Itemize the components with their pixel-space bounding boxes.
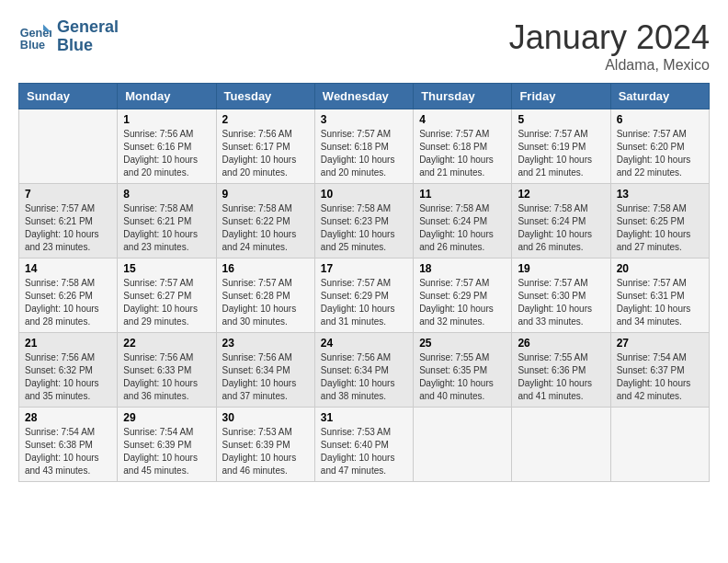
day-info: Sunrise: 7:53 AM Sunset: 6:39 PM Dayligh… <box>222 426 309 477</box>
calendar-cell: 22Sunrise: 7:56 AM Sunset: 6:33 PM Dayli… <box>118 333 216 408</box>
day-number: 20 <box>617 262 703 275</box>
day-number: 1 <box>123 113 210 126</box>
day-number: 15 <box>123 262 210 275</box>
calendar-cell: 17Sunrise: 7:57 AM Sunset: 6:29 PM Dayli… <box>314 259 413 333</box>
day-number: 16 <box>222 262 309 275</box>
day-info: Sunrise: 7:53 AM Sunset: 6:40 PM Dayligh… <box>321 426 407 477</box>
day-info: Sunrise: 7:57 AM Sunset: 6:29 PM Dayligh… <box>321 277 407 328</box>
day-number: 24 <box>321 337 407 350</box>
svg-text:Blue: Blue <box>20 38 45 51</box>
day-number: 25 <box>419 337 506 350</box>
day-number: 21 <box>25 337 111 350</box>
calendar-cell: 12Sunrise: 7:58 AM Sunset: 6:24 PM Dayli… <box>512 184 610 259</box>
location-title: Aldama, Mexico <box>509 57 710 74</box>
day-number: 23 <box>222 337 309 350</box>
day-number: 19 <box>518 262 604 275</box>
day-info: Sunrise: 7:57 AM Sunset: 6:20 PM Dayligh… <box>617 128 703 179</box>
day-info: Sunrise: 7:58 AM Sunset: 6:24 PM Dayligh… <box>419 202 506 254</box>
day-number: 9 <box>222 188 309 201</box>
logo-text: General Blue <box>57 18 119 55</box>
day-header-saturday: Saturday <box>610 84 709 109</box>
day-info: Sunrise: 7:56 AM Sunset: 6:16 PM Dayligh… <box>123 128 210 179</box>
calendar-cell: 2Sunrise: 7:56 AM Sunset: 6:17 PM Daylig… <box>216 109 314 184</box>
day-header-monday: Monday <box>118 84 216 109</box>
day-number: 10 <box>321 188 407 201</box>
calendar-cell: 18Sunrise: 7:57 AM Sunset: 6:29 PM Dayli… <box>414 259 512 333</box>
calendar-cell: 14Sunrise: 7:58 AM Sunset: 6:26 PM Dayli… <box>19 259 118 333</box>
calendar-cell: 9Sunrise: 7:58 AM Sunset: 6:22 PM Daylig… <box>216 184 314 259</box>
day-info: Sunrise: 7:56 AM Sunset: 6:34 PM Dayligh… <box>222 351 309 403</box>
day-number: 30 <box>222 411 309 424</box>
day-number: 5 <box>518 113 604 126</box>
day-info: Sunrise: 7:58 AM Sunset: 6:25 PM Dayligh… <box>617 202 703 254</box>
calendar-body: 1Sunrise: 7:56 AM Sunset: 6:16 PM Daylig… <box>19 109 710 482</box>
day-number: 18 <box>419 262 506 275</box>
calendar-cell: 23Sunrise: 7:56 AM Sunset: 6:34 PM Dayli… <box>216 333 314 408</box>
day-info: Sunrise: 7:57 AM Sunset: 6:29 PM Dayligh… <box>419 277 506 328</box>
calendar-cell: 8Sunrise: 7:58 AM Sunset: 6:21 PM Daylig… <box>118 184 216 259</box>
day-number: 4 <box>419 113 506 126</box>
calendar-cell: 24Sunrise: 7:56 AM Sunset: 6:34 PM Dayli… <box>314 333 413 408</box>
day-info: Sunrise: 7:57 AM Sunset: 6:30 PM Dayligh… <box>518 277 604 328</box>
calendar-cell <box>610 408 709 482</box>
day-number: 26 <box>518 337 604 350</box>
day-number: 17 <box>321 262 407 275</box>
calendar-cell: 26Sunrise: 7:55 AM Sunset: 6:36 PM Dayli… <box>512 333 610 408</box>
day-info: Sunrise: 7:57 AM Sunset: 6:18 PM Dayligh… <box>419 128 506 179</box>
calendar-cell: 20Sunrise: 7:57 AM Sunset: 6:31 PM Dayli… <box>610 259 709 333</box>
day-info: Sunrise: 7:57 AM Sunset: 6:28 PM Dayligh… <box>222 277 309 328</box>
calendar-cell: 10Sunrise: 7:58 AM Sunset: 6:23 PM Dayli… <box>314 184 413 259</box>
day-info: Sunrise: 7:58 AM Sunset: 6:24 PM Dayligh… <box>518 202 604 254</box>
calendar-cell: 30Sunrise: 7:53 AM Sunset: 6:39 PM Dayli… <box>216 408 314 482</box>
day-info: Sunrise: 7:55 AM Sunset: 6:36 PM Dayligh… <box>518 351 604 403</box>
calendar-cell: 11Sunrise: 7:58 AM Sunset: 6:24 PM Dayli… <box>414 184 512 259</box>
day-info: Sunrise: 7:56 AM Sunset: 6:33 PM Dayligh… <box>123 351 210 403</box>
day-number: 14 <box>25 262 111 275</box>
logo-icon: General Blue <box>18 20 51 53</box>
day-info: Sunrise: 7:55 AM Sunset: 6:35 PM Dayligh… <box>419 351 506 403</box>
day-header-friday: Friday <box>512 84 610 109</box>
calendar-cell: 25Sunrise: 7:55 AM Sunset: 6:35 PM Dayli… <box>414 333 512 408</box>
title-block: January 2024 Aldama, Mexico <box>509 18 710 74</box>
day-info: Sunrise: 7:57 AM Sunset: 6:21 PM Dayligh… <box>25 202 111 254</box>
calendar-cell: 27Sunrise: 7:54 AM Sunset: 6:37 PM Dayli… <box>610 333 709 408</box>
calendar-cell: 28Sunrise: 7:54 AM Sunset: 6:38 PM Dayli… <box>19 408 118 482</box>
day-info: Sunrise: 7:57 AM Sunset: 6:27 PM Dayligh… <box>123 277 210 328</box>
calendar-cell <box>512 408 610 482</box>
day-number: 6 <box>617 113 703 126</box>
calendar-cell: 21Sunrise: 7:56 AM Sunset: 6:32 PM Dayli… <box>19 333 118 408</box>
day-info: Sunrise: 7:58 AM Sunset: 6:23 PM Dayligh… <box>321 202 407 254</box>
calendar-cell: 3Sunrise: 7:57 AM Sunset: 6:18 PM Daylig… <box>314 109 413 184</box>
day-header-tuesday: Tuesday <box>216 84 314 109</box>
day-number: 13 <box>617 188 703 201</box>
calendar-week-row: 28Sunrise: 7:54 AM Sunset: 6:38 PM Dayli… <box>19 408 710 482</box>
day-info: Sunrise: 7:56 AM Sunset: 6:32 PM Dayligh… <box>25 351 111 403</box>
day-header-thursday: Thursday <box>414 84 512 109</box>
calendar-cell <box>19 109 118 184</box>
calendar-cell: 1Sunrise: 7:56 AM Sunset: 6:16 PM Daylig… <box>118 109 216 184</box>
day-number: 27 <box>617 337 703 350</box>
day-info: Sunrise: 7:57 AM Sunset: 6:31 PM Dayligh… <box>617 277 703 328</box>
calendar-cell: 6Sunrise: 7:57 AM Sunset: 6:20 PM Daylig… <box>610 109 709 184</box>
calendar-cell: 13Sunrise: 7:58 AM Sunset: 6:25 PM Dayli… <box>610 184 709 259</box>
day-info: Sunrise: 7:54 AM Sunset: 6:39 PM Dayligh… <box>123 426 210 477</box>
day-info: Sunrise: 7:57 AM Sunset: 6:18 PM Dayligh… <box>321 128 407 179</box>
calendar-cell: 5Sunrise: 7:57 AM Sunset: 6:19 PM Daylig… <box>512 109 610 184</box>
day-number: 29 <box>123 411 210 424</box>
calendar-cell: 19Sunrise: 7:57 AM Sunset: 6:30 PM Dayli… <box>512 259 610 333</box>
calendar-cell <box>414 408 512 482</box>
month-year-title: January 2024 <box>509 18 710 57</box>
day-info: Sunrise: 7:57 AM Sunset: 6:19 PM Dayligh… <box>518 128 604 179</box>
calendar-week-row: 7Sunrise: 7:57 AM Sunset: 6:21 PM Daylig… <box>19 184 710 259</box>
day-number: 7 <box>25 188 111 201</box>
page-header: General Blue General Blue January 2024 A… <box>18 18 710 74</box>
day-number: 11 <box>419 188 506 201</box>
day-number: 12 <box>518 188 604 201</box>
day-number: 31 <box>321 411 407 424</box>
logo: General Blue General Blue <box>18 18 119 55</box>
calendar-week-row: 14Sunrise: 7:58 AM Sunset: 6:26 PM Dayli… <box>19 259 710 333</box>
calendar-cell: 4Sunrise: 7:57 AM Sunset: 6:18 PM Daylig… <box>414 109 512 184</box>
day-number: 3 <box>321 113 407 126</box>
day-info: Sunrise: 7:54 AM Sunset: 6:37 PM Dayligh… <box>617 351 703 403</box>
calendar-cell: 29Sunrise: 7:54 AM Sunset: 6:39 PM Dayli… <box>118 408 216 482</box>
